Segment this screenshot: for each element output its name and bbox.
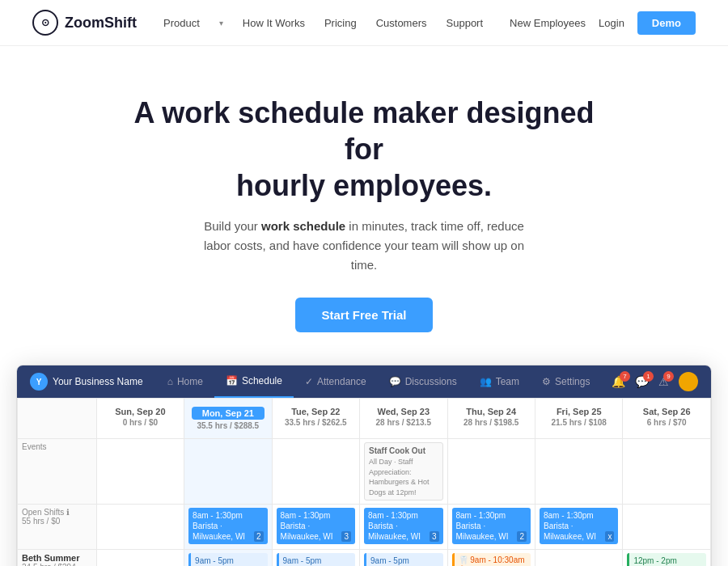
open-shift-fri: 8am - 1:30pmBarista · Milwaukee, WI x [535,505,622,550]
nav-links: Product ▾ How It Works Pricing Customers… [163,17,483,29]
dentist-chip[interactable]: 🦷 9am - 10:30am ✚Dentist Appointment [452,553,531,566]
beth-sun [96,550,184,566]
col-fri: Fri, Sep 25 21.5 hrs / $108 [535,399,622,439]
beth-mon: 9am - 5pmWait Staff · Milwaukee, WI [184,550,272,566]
alert-badge: 9 [663,371,674,382]
open-shift-sat [623,505,711,550]
col-tue: Tue, Sep 22 33.5 hrs / $262.5 [272,399,359,439]
shift-chip[interactable]: 12pm - 2pmBarista · Bay View, WI [627,553,706,566]
beth-wed: 9am - 5pmWait Staff · Milwaukee, WI [360,550,447,566]
col-wed: Wed, Sep 23 28 hrs / $213.5 [360,399,447,439]
nav-schedule[interactable]: 📅 Schedule [214,365,294,398]
msg-badge: 1 [643,371,654,382]
events-fri [535,439,622,505]
beth-fri [535,550,622,566]
navbar: ⊙ ZoomShift Product ▾ How It Works Prici… [0,0,728,46]
nav-team[interactable]: 👥 Team [468,365,531,398]
user-avatar[interactable] [679,372,698,391]
app-nav-icons: 🔔7 💬1 ⚠9 [612,372,698,391]
beth-sat: 12pm - 2pmBarista · Bay View, WI [623,550,711,566]
nav-home[interactable]: ⌂ Home [156,365,214,398]
col-sun: Sun, Sep 20 0 hrs / $0 [96,399,184,439]
bell-badge: 7 [620,371,630,382]
schedule-table: Sun, Sep 20 0 hrs / $0 Mon, Sep 21 35.5 … [17,398,711,566]
logo: ⊙ ZoomShift [32,10,137,36]
notification-msg[interactable]: 💬1 [635,375,649,388]
nav-discussions[interactable]: 💬 Discussions [378,365,468,398]
demo-button[interactable]: Demo [637,11,696,35]
nav-pricing[interactable]: Pricing [324,17,357,29]
open-shift-wed: 8am - 1:30pmBarista · Milwaukee, WI 3 [360,505,447,550]
beth-tue: 9am - 5pmBartender · Milwaukee, WI [272,550,359,566]
col-mon: Mon, Sep 21 35.5 hrs / $288.5 [184,399,272,439]
shift-chip[interactable]: 9am - 5pmBartender · Milwaukee, WI [277,553,355,566]
cta-start-trial[interactable]: Start Free Trial [295,298,432,332]
events-row: Events Staff Cook Out All Day · Staff Ap… [18,439,711,505]
nav-how-it-works[interactable]: How It Works [243,17,305,29]
shift-chip[interactable]: 9am - 5pmWait Staff · Milwaukee, WI [188,553,267,566]
col-sat: Sat, Sep 26 6 hrs / $70 [623,399,711,439]
events-mon [184,439,272,505]
beth-thu: 🦷 9am - 10:30am ✚Dentist Appointment [447,550,535,566]
events-wed: Staff Cook Out All Day · Staff Appreciat… [360,439,447,505]
nav-product[interactable]: Product [163,17,200,29]
events-label: Events [18,439,97,505]
open-shift-chip-thu[interactable]: 8am - 1:30pmBarista · Milwaukee, WI 2 [452,508,531,544]
business-name-area: Y Your Business Name [30,373,143,391]
hero-description: Build your work schedule in minutes, tra… [194,217,534,275]
notification-alert[interactable]: ⚠9 [658,375,669,388]
open-shift-tue: 8am - 1:30pmBarista · Milwaukee, WI 3 [272,505,359,550]
open-shift-sun [96,505,184,550]
biz-avatar: Y [30,373,48,391]
app-screenshot-wrapper: Y Your Business Name ⌂ Home 📅 Schedule ✓… [0,365,728,566]
events-sun [96,439,184,505]
open-shift-chip-mon[interactable]: 8am - 1:30pmBarista · Milwaukee, WI 2 [188,508,267,544]
nav-login[interactable]: Login [599,17,624,29]
open-shift-chip-tue[interactable]: 8am - 1:30pmBarista · Milwaukee, WI 3 [277,508,355,544]
notification-bell[interactable]: 🔔7 [612,375,625,388]
open-shift-chip-fri[interactable]: 8am - 1:30pmBarista · Milwaukee, WI x [540,508,618,544]
schedule-area: Sun, Sep 20 0 hrs / $0 Mon, Sep 21 35.5 … [17,398,711,566]
col-thu: Thu, Sep 24 28 hrs / $198.5 [447,399,535,439]
shift-chip[interactable]: 9am - 5pmWait Staff · Milwaukee, WI [364,553,442,566]
nav-support[interactable]: Support [447,17,484,29]
events-sat [623,439,711,505]
nav-settings[interactable]: ⚙ Settings [531,365,601,398]
logo-icon: ⊙ [32,10,58,36]
event-chip-staffcookout[interactable]: Staff Cook Out All Day · Staff Appreciat… [364,442,442,501]
app-nav: ⌂ Home 📅 Schedule ✓ Attendance 💬 Discuss… [156,365,612,398]
open-shift-mon: 8am - 1:30pmBarista · Milwaukee, WI 2 [184,505,272,550]
nav-customers[interactable]: Customers [376,17,427,29]
events-tue [272,439,359,505]
hero-section: A work schedule maker designed for hourl… [0,46,728,365]
person-row-beth: Beth Summer 24.5 hrs / $294 9am - 5pmWai… [18,550,711,566]
hero-title: A work schedule maker designed for hourl… [121,95,607,204]
col-header-name [18,399,97,439]
nav-attendance[interactable]: ✓ Attendance [294,365,378,398]
logo-text: ZoomShift [65,15,137,32]
business-name: Your Business Name [53,376,143,387]
events-thu [447,439,535,505]
nav-right: New Employees Login Demo [510,11,696,35]
app-topbar: Y Your Business Name ⌂ Home 📅 Schedule ✓… [17,365,711,398]
app-container: Y Your Business Name ⌂ Home 📅 Schedule ✓… [16,365,712,566]
open-shift-thu: 8am - 1:30pmBarista · Milwaukee, WI 2 [447,505,535,550]
beth-info: Beth Summer 24.5 hrs / $294 [18,550,97,566]
nav-new-employees[interactable]: New Employees [510,17,586,29]
open-shifts-label: Open Shifts ℹ 55 hrs / $0 [18,505,97,550]
open-shift-chip-wed[interactable]: 8am - 1:30pmBarista · Milwaukee, WI 3 [364,508,442,544]
open-shifts-row: Open Shifts ℹ 55 hrs / $0 8am - 1:30pmBa… [18,505,711,550]
